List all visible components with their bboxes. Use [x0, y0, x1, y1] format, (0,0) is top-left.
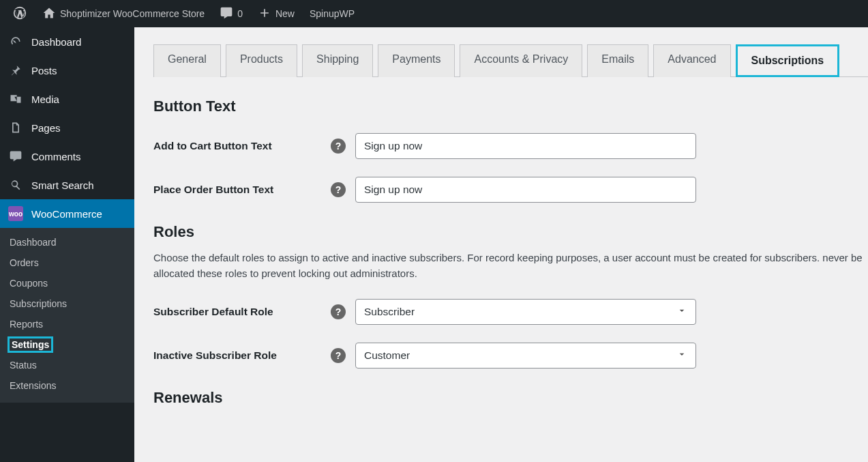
submenu-item-coupons[interactable]: Coupons: [0, 273, 134, 293]
spinupwp-label: SpinupWP: [310, 8, 355, 19]
subscriber-default-role-select[interactable]: Subscriber: [355, 299, 696, 325]
select-value: Customer: [364, 349, 410, 362]
chevron-down-icon: [676, 349, 687, 362]
row-place-order-button-text: Place Order Button Text ?: [153, 177, 868, 203]
spinupwp-link[interactable]: SpinupWP: [304, 0, 360, 27]
row-subscriber-default-role: Subscriber Default Role ? Subscriber: [153, 299, 868, 325]
tab-products[interactable]: Products: [226, 44, 297, 77]
tab-shipping[interactable]: Shipping: [302, 44, 373, 77]
wp-logo-button[interactable]: [7, 0, 33, 27]
submenu-item-settings[interactable]: Settings: [0, 334, 134, 355]
sidebar-item-label: Posts: [31, 65, 57, 76]
field-label: Place Order Button Text: [153, 184, 331, 196]
section-heading-renewals: Renewals: [153, 389, 868, 407]
select-value: Subscriber: [364, 306, 415, 318]
sidebar-item-media[interactable]: Media: [0, 85, 134, 113]
add-to-cart-button-text-input[interactable]: [355, 133, 696, 159]
main-content: General Products Shipping Payments Accou…: [134, 27, 868, 462]
submenu-item-extensions[interactable]: Extensions: [0, 375, 134, 396]
plus-icon: [258, 6, 271, 22]
tab-general[interactable]: General: [153, 44, 221, 77]
comment-icon: [220, 6, 233, 22]
row-inactive-subscriber-role: Inactive Subscriber Role ? Customer: [153, 343, 868, 369]
submenu-item-reports[interactable]: Reports: [0, 314, 134, 334]
admin-bar: Shoptimizer WooCommerce Store 0 New Spin…: [0, 0, 868, 27]
settings-tabs: General Products Shipping Payments Accou…: [153, 44, 868, 77]
sidebar-item-posts[interactable]: Posts: [0, 56, 134, 85]
tab-subscriptions[interactable]: Subscriptions: [736, 44, 840, 77]
help-icon[interactable]: ?: [331, 348, 346, 363]
comments-count: 0: [237, 8, 243, 19]
help-icon[interactable]: ?: [331, 304, 346, 319]
field-label: Add to Cart Button Text: [153, 140, 331, 152]
sidebar-item-label: Comments: [31, 151, 81, 162]
site-name-label: Shoptimizer WooCommerce Store: [60, 8, 205, 19]
media-icon: [8, 91, 23, 106]
sidebar-item-smart-search[interactable]: Smart Search: [0, 171, 134, 199]
field-label: Subscriber Default Role: [153, 306, 331, 318]
field-label: Inactive Subscriber Role: [153, 349, 331, 362]
comments-icon: [8, 149, 23, 164]
dashboard-icon: [8, 34, 23, 49]
roles-description: Choose the default roles to assign to ac…: [153, 250, 868, 281]
tab-accounts-privacy[interactable]: Accounts & Privacy: [460, 44, 582, 77]
home-icon: [42, 6, 56, 22]
tab-payments[interactable]: Payments: [378, 44, 455, 77]
woocommerce-icon: woo: [8, 206, 23, 221]
sidebar-item-comments[interactable]: Comments: [0, 142, 134, 171]
tab-advanced[interactable]: Advanced: [653, 44, 730, 77]
sidebar-item-label: Media: [31, 93, 59, 105]
sidebar-item-label: Dashboard: [31, 36, 81, 48]
section-heading-button-text: Button Text: [153, 98, 868, 115]
admin-sidebar: Dashboard Posts Media Pages: [0, 27, 134, 462]
pin-icon: [8, 63, 23, 78]
sidebar-item-label: Pages: [31, 122, 61, 134]
sidebar-item-woocommerce[interactable]: woo WooCommerce: [0, 199, 134, 228]
inactive-subscriber-role-select[interactable]: Customer: [355, 343, 696, 369]
site-name-link[interactable]: Shoptimizer WooCommerce Store: [37, 0, 210, 27]
submenu-item-subscriptions[interactable]: Subscriptions: [0, 293, 134, 314]
place-order-button-text-input[interactable]: [355, 177, 696, 203]
search-icon: [8, 177, 23, 192]
tab-emails[interactable]: Emails: [587, 44, 648, 77]
row-add-to-cart-button-text: Add to Cart Button Text ?: [153, 133, 868, 159]
sidebar-item-pages[interactable]: Pages: [0, 113, 134, 142]
submenu-item-status[interactable]: Status: [0, 355, 134, 375]
section-heading-roles: Roles: [153, 223, 868, 241]
woocommerce-submenu: Dashboard Orders Coupons Subscriptions R…: [0, 228, 134, 403]
chevron-down-icon: [676, 305, 687, 319]
submenu-item-dashboard[interactable]: Dashboard: [0, 232, 134, 252]
sidebar-item-dashboard[interactable]: Dashboard: [0, 27, 134, 56]
new-label: New: [275, 8, 295, 19]
sidebar-item-label: Smart Search: [31, 179, 94, 191]
sidebar-item-label: WooCommerce: [31, 208, 102, 220]
comments-link[interactable]: 0: [214, 0, 248, 27]
help-icon[interactable]: ?: [331, 139, 346, 154]
new-content-link[interactable]: New: [252, 0, 300, 27]
pages-icon: [8, 120, 23, 135]
wordpress-icon: [12, 5, 27, 23]
help-icon[interactable]: ?: [331, 182, 346, 197]
submenu-item-orders[interactable]: Orders: [0, 252, 134, 273]
